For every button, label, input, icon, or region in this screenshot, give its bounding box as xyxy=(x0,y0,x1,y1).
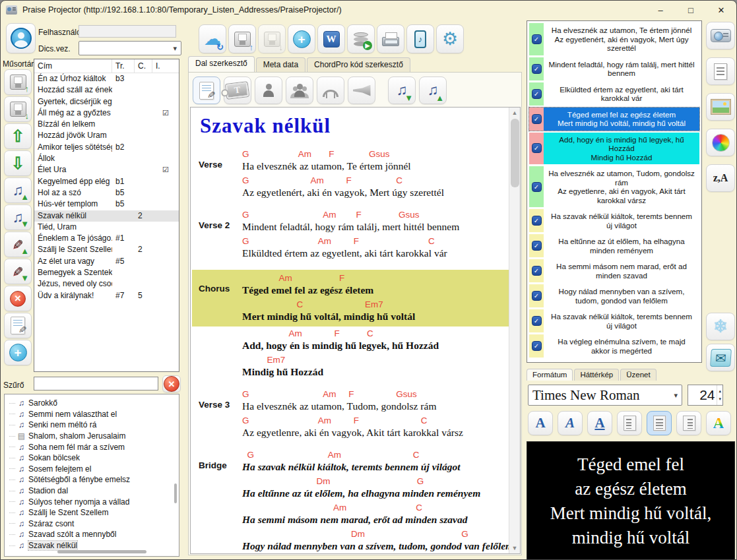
slide-checkbox[interactable]: ✓ xyxy=(532,266,542,276)
move-up-button[interactable]: ⇧ xyxy=(4,123,32,149)
add-new-button[interactable]: + xyxy=(288,24,315,53)
slide-checkbox[interactable]: ✓ xyxy=(532,316,542,326)
note-down-button[interactable]: ♫▼ xyxy=(388,77,416,104)
remove-song-button[interactable]: ✕ xyxy=(4,286,32,311)
library-item[interactable]: ♫Senki nem méltó rá xyxy=(9,420,177,431)
slide-checkbox[interactable]: ✓ xyxy=(532,64,542,74)
titlebar[interactable]: Praise Projector (http://192.168.1.10:80… xyxy=(1,1,736,19)
slide-row[interactable]: ✓Ha elvesznék az utamon, Te értem jönnél… xyxy=(529,23,699,55)
save-button[interactable]: ↓ xyxy=(258,24,286,53)
underline-button[interactable]: A xyxy=(587,411,612,435)
playlist-column-header[interactable]: C. xyxy=(135,59,152,73)
slide-row[interactable]: ✓Mindent feladtál, hogy rám találj, mert… xyxy=(529,57,699,80)
user-button[interactable] xyxy=(6,23,36,53)
playlist-column-header[interactable]: Cím xyxy=(34,59,112,73)
tab-formatum[interactable]: Formátum xyxy=(527,369,573,381)
playlist-row[interactable]: Áll még az a győztes k...☑ xyxy=(34,108,179,119)
playlist-row[interactable]: Hozzád jövök Uram xyxy=(34,130,179,141)
scroll-up-icon[interactable]: ▲ xyxy=(509,109,520,116)
key-up-button[interactable]: ✎▲ xyxy=(4,232,32,257)
playlist-column-header[interactable]: Tr. xyxy=(112,59,135,73)
maximize-button[interactable]: □ xyxy=(676,1,706,19)
playlist-save-up-button[interactable]: ↑ xyxy=(4,69,32,95)
tab-dal-szerkeszto[interactable]: Dal szerkesztő xyxy=(188,56,255,72)
italic-button[interactable]: A xyxy=(558,411,583,435)
playlist-row[interactable]: Éneklem a Te jóságo...#1 xyxy=(34,233,179,244)
close-button[interactable]: ✕ xyxy=(706,1,736,19)
edit-lyrics-button[interactable] xyxy=(193,77,220,104)
tab-meta-data[interactable]: Meta data xyxy=(256,57,305,72)
library-item[interactable]: ♫Szavak nélkül xyxy=(9,540,177,551)
playlist-row[interactable]: Hús-vér templomb5 xyxy=(34,199,179,210)
message-button[interactable]: ✉ xyxy=(706,344,735,371)
filter-input[interactable] xyxy=(34,377,158,390)
slide-checkbox[interactable]: ✓ xyxy=(532,241,542,251)
playlist-row[interactable]: Én az Úrhoz kiáltokb3 xyxy=(34,73,179,84)
tab-chordpro-kod-szerkeszto[interactable]: ChordPro kód szerkesztő xyxy=(307,57,410,72)
bridge-button[interactable] xyxy=(317,77,344,104)
slide-checkbox[interactable]: ✓ xyxy=(532,114,542,124)
library-horizontal-scrollbar[interactable] xyxy=(57,550,146,553)
leader-select[interactable]: ▾ xyxy=(79,41,181,55)
library-item[interactable]: ♫Sokan bölcsek xyxy=(9,452,177,464)
add-song-button[interactable]: + xyxy=(4,340,32,365)
move-down-button[interactable]: ⇩ xyxy=(4,150,32,176)
song-editor[interactable]: Szavak nélkül VerseG Am F GsusHa elveszn… xyxy=(190,107,521,554)
verse-person-button[interactable] xyxy=(255,77,282,104)
library-item[interactable]: ♫Szállj le Szent Szellem xyxy=(9,507,177,518)
slide-row[interactable]: ✓Ha szavak nélkül kiáltok, teremts benne… xyxy=(529,209,699,232)
database-export-button[interactable]: ▶ xyxy=(347,24,375,53)
projector-button[interactable] xyxy=(706,22,735,49)
sort-za-button[interactable]: z,A xyxy=(706,164,735,192)
playlist-row[interactable]: Amikor teljes sötétségb2 xyxy=(34,142,179,153)
settings-button[interactable]: ⚙ xyxy=(436,24,464,53)
playlist-row[interactable]: Kegyelmed épp elégb1 xyxy=(34,176,179,187)
print-button[interactable] xyxy=(377,24,404,53)
playlist-save-down-button[interactable]: ↓ xyxy=(4,96,32,122)
color-picker-button[interactable] xyxy=(706,129,735,156)
playlist-column-header[interactable]: I. xyxy=(152,59,179,73)
spin-up-icon[interactable]: ▴ xyxy=(719,389,721,394)
playlist-row[interactable]: Élet Ura☑ xyxy=(34,164,179,175)
playlist-row[interactable]: Szállj le Szent Szellem2 xyxy=(34,244,179,255)
song-add-down-button[interactable]: ♫▼ xyxy=(4,204,32,230)
library-item[interactable]: ▤Shalom, shalom Jerusalaim xyxy=(9,431,177,442)
library-item[interactable]: ♫Soha nem fél már a szívem xyxy=(9,441,177,452)
tab-hatterkep[interactable]: Háttérkép xyxy=(574,369,619,381)
slide-checkbox[interactable]: ✓ xyxy=(532,216,542,226)
slide-checkbox[interactable]: ✓ xyxy=(532,341,542,351)
tab-uzenet[interactable]: Üzenet xyxy=(620,369,656,381)
library-item[interactable]: ♫Stadion dal xyxy=(9,485,177,497)
mobile-music-button[interactable]: ♪ xyxy=(406,24,434,53)
library-item[interactable]: ♫Semmi nem választhat el xyxy=(9,409,177,420)
playlist-row[interactable]: Bemegyek a Szentek ... xyxy=(34,267,179,278)
library-item[interactable]: ♫Száraz csont xyxy=(9,518,177,530)
font-size-spinner[interactable]: ▴ ▾ xyxy=(717,385,722,405)
slide-row[interactable]: ✓Ha elvesznék az utamon, Tudom, gondolsz… xyxy=(529,166,699,207)
spin-down-icon[interactable]: ▾ xyxy=(719,396,721,402)
library-vertical-scrollbar[interactable] xyxy=(174,483,177,503)
slide-checkbox[interactable]: ✓ xyxy=(532,89,542,99)
editor-scrollbar[interactable]: ▲ ▼ xyxy=(509,108,520,553)
slide-checkbox[interactable]: ✓ xyxy=(532,291,542,301)
title-tag-button[interactable]: T xyxy=(224,77,251,104)
playlist-row[interactable]: Gyertek, dicsérjük egy... xyxy=(34,96,179,108)
slide-row[interactable]: ✓Téged emel fel az egész életem Mert min… xyxy=(529,108,699,131)
align-right-button[interactable] xyxy=(676,411,701,435)
library-item[interactable]: ♫Súlyos teher nyomja a vállad xyxy=(9,496,177,507)
background-image-button[interactable] xyxy=(706,93,735,121)
playlist-row[interactable]: Állok xyxy=(34,153,179,164)
editor-scrollbar-thumb[interactable] xyxy=(511,119,519,187)
key-down-button[interactable]: ✎▼ xyxy=(4,259,32,284)
cloud-sync-button[interactable]: ☁↻ xyxy=(199,24,226,53)
edit-song-button[interactable] xyxy=(4,313,32,338)
library-item[interactable]: ♫Sarokkő xyxy=(9,398,177,409)
slide-row[interactable]: ✓Ha eltűnne az út előlem, ha elhagyna mi… xyxy=(529,234,699,257)
word-export-button[interactable]: W xyxy=(317,24,345,53)
slide-checkbox[interactable]: ✓ xyxy=(532,182,542,192)
save-upload-button[interactable]: ↑ xyxy=(228,24,256,53)
font-color-button[interactable]: A xyxy=(706,411,731,435)
bold-button[interactable]: A xyxy=(528,411,553,435)
playlist-row[interactable]: Bízzál én lelkem xyxy=(34,119,179,130)
font-family-select[interactable]: Times New Roman ▾ xyxy=(528,385,682,406)
